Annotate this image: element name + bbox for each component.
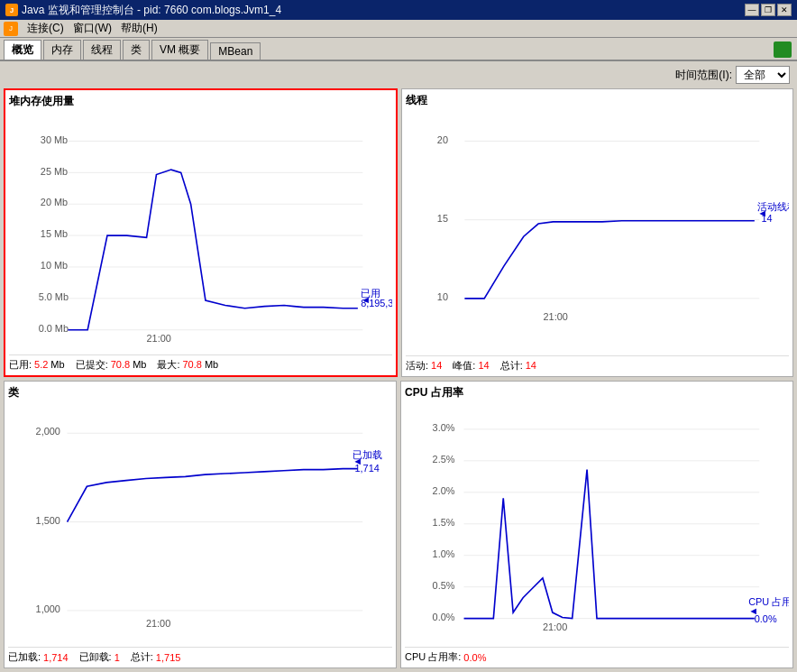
heap-y-label-2: 20 Mb	[41, 197, 68, 207]
classes-y-label-0: 2,000	[36, 426, 60, 437]
cpu-panel-title: CPU 占用率	[405, 385, 789, 400]
threads-y-label-1: 15	[437, 213, 448, 224]
main-content: 时间范围(I): 全部 2分钟 5分钟 10分钟 30分钟 堆内存使用量 30 …	[0, 61, 797, 672]
heap-line	[68, 170, 357, 330]
classes-panel: 类 2,000 1,500 1,000 21:00 ◄	[4, 381, 397, 669]
threads-y-label-2: 10	[437, 291, 448, 302]
threads-legend-value: 14	[761, 213, 772, 224]
heap-x-label: 21:00	[147, 333, 171, 344]
heap-max-value: 70.8	[182, 359, 201, 370]
heap-committed-unit: Mb	[133, 359, 146, 370]
heap-max-label: 最大:	[157, 358, 179, 372]
threads-total-value: 14	[526, 360, 536, 371]
app-menu-icon: J	[4, 22, 18, 36]
heap-y-label-3: 15 Mb	[41, 228, 68, 239]
heap-y-label-1: 25 Mb	[41, 166, 68, 177]
time-range-label: 时间范围(I):	[675, 68, 732, 83]
cpu-y-label-1: 2.5%	[433, 454, 455, 465]
top-panels-row: 堆内存使用量 30 Mb 25 Mb 20 Mb 15 Mb 10 Mb 5.0…	[4, 88, 793, 377]
classes-stats: 已加载: 1,714 已卸载: 1 总计: 1,715	[8, 647, 392, 664]
heap-used-unit: Mb	[50, 359, 64, 370]
heap-y-label-4: 10 Mb	[41, 260, 68, 271]
heap-stats: 已用: 5.2 Mb 已提交: 70.8 Mb 最大: 70.8 Mb	[9, 354, 392, 372]
cpu-stats: CPU 占用率: 0.0%	[405, 647, 789, 664]
classes-loaded-value: 1,714	[43, 652, 69, 663]
cpu-y-label-3: 1.5%	[433, 516, 455, 527]
window-controls: — ❐ ✕	[745, 4, 792, 16]
tab-overview[interactable]: 概览	[4, 40, 41, 60]
classes-chart-svg: 2,000 1,500 1,000 21:00 ◄ 已加载 1,714	[8, 402, 392, 646]
classes-loaded-label: 已加载:	[8, 650, 41, 664]
heap-used-label: 已用:	[9, 358, 32, 372]
heap-chart-svg: 30 Mb 25 Mb 20 Mb 15 Mb 10 Mb 5.0 Mb 0.0…	[9, 111, 392, 353]
cpu-chart-area: 3.0% 2.5% 2.0% 1.5% 1.0% 0.5% 0.0%	[405, 402, 789, 646]
cpu-line	[464, 469, 755, 618]
menu-help[interactable]: 帮助(H)	[117, 20, 161, 37]
menu-connect[interactable]: 连接(C)	[23, 20, 68, 37]
heap-y-label-5: 5.0 Mb	[39, 291, 69, 302]
cpu-y-label-6: 0.0%	[433, 611, 455, 621]
heap-committed-label: 已提交:	[76, 358, 108, 372]
heap-chart-area: 30 Mb 25 Mb 20 Mb 15 Mb 10 Mb 5.0 Mb 0.0…	[9, 111, 392, 353]
title-bar: J Java 监视和管理控制台 - pid: 7660 com.blogs.Jv…	[0, 0, 797, 20]
threads-active-label: 活动:	[406, 359, 428, 373]
close-button[interactable]: ✕	[777, 4, 792, 16]
heap-used-value: 5.2	[34, 359, 48, 370]
threads-peak-label: 峰值:	[453, 359, 475, 373]
cpu-chart-svg: 3.0% 2.5% 2.0% 1.5% 1.0% 0.5% 0.0%	[405, 402, 789, 646]
app-icon: J	[5, 4, 18, 16]
menu-window[interactable]: 窗口(W)	[69, 20, 115, 37]
threads-chart-svg: 20 15 10 21:00 ◄ 活动线程 14	[406, 110, 789, 354]
cpu-y-label-0: 3.0%	[433, 422, 455, 433]
threads-stats: 活动: 14 峰值: 14 总计: 14	[406, 355, 789, 373]
classes-panel-title: 类	[8, 385, 392, 400]
cpu-y-label-2: 2.0%	[433, 484, 455, 495]
window-title: Java 监视和管理控制台 - pid: 7660 com.blogs.Jvm1…	[22, 3, 281, 18]
tab-mbean[interactable]: MBean	[210, 42, 261, 60]
cpu-legend-value: 0.0%	[755, 612, 777, 623]
threads-x-label: 21:00	[544, 311, 568, 322]
threads-line	[464, 221, 754, 299]
cpu-usage-label: CPU 占用率:	[405, 650, 461, 664]
connection-status-dot	[774, 41, 792, 58]
threads-panel-title: 线程	[406, 93, 789, 108]
cpu-panel: CPU 占用率 3.0% 2.5% 2.0% 1.5% 1.0% 0.5% 0.…	[400, 381, 793, 669]
tab-memory[interactable]: 内存	[43, 40, 81, 60]
threads-legend-label: 活动线程	[757, 201, 789, 212]
tab-threads[interactable]: 线程	[83, 40, 121, 60]
classes-line	[68, 468, 358, 521]
restore-button[interactable]: ❐	[761, 4, 775, 16]
classes-chart-area: 2,000 1,500 1,000 21:00 ◄ 已加载 1,714	[8, 402, 392, 646]
classes-total-value: 1,715	[156, 652, 181, 663]
tab-vm-summary[interactable]: VM 概要	[151, 40, 208, 60]
time-range-bar: 时间范围(I): 全部 2分钟 5分钟 10分钟 30分钟	[4, 65, 793, 85]
bottom-panels-row: 类 2,000 1,500 1,000 21:00 ◄	[4, 381, 793, 669]
tab-classes[interactable]: 类	[123, 40, 150, 60]
threads-active-value: 14	[431, 360, 442, 371]
heap-committed-value: 70.8	[111, 359, 130, 370]
classes-y-label-1: 1,500	[36, 514, 60, 525]
cpu-x-label: 21:00	[543, 621, 567, 631]
heap-legend-value: 8,195,352	[361, 298, 392, 308]
minimize-button[interactable]: —	[745, 4, 759, 16]
classes-unloaded-value: 1	[115, 652, 120, 663]
heap-panel: 堆内存使用量 30 Mb 25 Mb 20 Mb 15 Mb 10 Mb 5.0…	[4, 88, 398, 377]
threads-total-label: 总计:	[500, 359, 523, 373]
threads-y-label-0: 20	[437, 134, 448, 145]
threads-chart-area: 20 15 10 21:00 ◄ 活动线程 14	[406, 110, 789, 354]
cpu-usage-value: 0.0%	[463, 652, 486, 663]
threads-peak-value: 14	[478, 360, 489, 371]
classes-legend-value: 1,714	[354, 462, 379, 473]
cpu-legend-label: CPU 占用率	[748, 596, 789, 607]
heap-panel-title: 堆内存使用量	[9, 94, 392, 109]
classes-total-label: 总计:	[131, 650, 153, 664]
heap-max-unit: Mb	[205, 359, 218, 370]
heap-y-label-0: 30 Mb	[41, 134, 68, 145]
tabs-bar: 概览 内存 线程 类 VM 概要 MBean	[0, 38, 797, 61]
classes-unloaded-label: 已卸载:	[79, 650, 112, 664]
cpu-y-label-4: 1.0%	[433, 548, 455, 558]
time-range-select[interactable]: 全部 2分钟 5分钟 10分钟 30分钟	[736, 66, 790, 84]
threads-panel: 线程 20 15 10 21:00 ◄ 活动线程	[401, 88, 793, 377]
heap-y-label-6: 0.0 Mb	[39, 323, 69, 334]
classes-y-label-2: 1,000	[36, 603, 60, 614]
